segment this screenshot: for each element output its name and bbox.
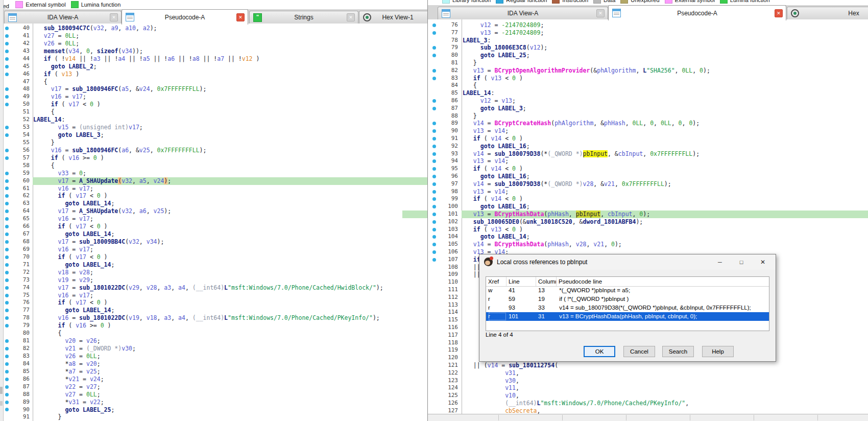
cancel-button[interactable]: Cancel bbox=[623, 346, 655, 357]
line-number: 115 bbox=[439, 316, 458, 324]
code-line: *a8 = v20; bbox=[37, 360, 101, 368]
code-line-dot bbox=[5, 324, 9, 328]
line-number: 74 bbox=[12, 284, 30, 292]
line-number: 52 bbox=[12, 116, 30, 124]
code-line: v16 = sub_1801022DC(v19, v18, a3, a4, (_… bbox=[37, 314, 380, 322]
gutter-separator bbox=[33, 24, 33, 421]
code-line: LABEL_3: bbox=[463, 37, 491, 44]
code-line: || bbox=[466, 271, 480, 278]
code-line-dot bbox=[5, 126, 9, 129]
left-pseudocode-pane[interactable]: 40 sub_180094C7C(v32, a9, a10, a2);41 v2… bbox=[0, 24, 427, 421]
left-tab-bar: IDA View-A ✕ Pseudocode-A ✕ ” Strings ✕ … bbox=[0, 9, 427, 24]
code-line-dot bbox=[5, 156, 9, 160]
code-line-dot bbox=[432, 182, 436, 186]
code-line: v12 = -2147024809; bbox=[466, 21, 544, 29]
list-view-icon bbox=[8, 13, 17, 22]
search-button[interactable]: Search bbox=[662, 346, 694, 357]
line-number: 93 bbox=[439, 150, 458, 158]
line-number: 45 bbox=[12, 63, 30, 71]
cell-xref: r bbox=[488, 303, 507, 312]
code-line-dot bbox=[432, 250, 436, 254]
tab-ida-view-a[interactable]: IDA View-A ✕ bbox=[438, 7, 608, 19]
maximize-icon[interactable]: □ bbox=[733, 254, 750, 270]
code-line-dot bbox=[5, 87, 9, 91]
code-line: if ( v17 < 0 ) bbox=[37, 299, 108, 307]
line-number: 61 bbox=[12, 185, 30, 193]
line-number: 69 bbox=[12, 246, 30, 253]
code-line-dot bbox=[5, 294, 9, 297]
tab-strings[interactable]: ” Strings ✕ bbox=[249, 11, 358, 24]
dialog-title-bar[interactable]: Local cross references to pbInput ─ □ ✕ bbox=[479, 254, 776, 270]
line-number: 125 bbox=[439, 392, 458, 400]
tab-pseudocode-a[interactable]: Pseudocode-A ✕ bbox=[122, 9, 248, 25]
minimize-icon[interactable]: ─ bbox=[711, 254, 729, 270]
code-line: } bbox=[466, 59, 477, 67]
line-number: 83 bbox=[439, 75, 458, 82]
code-line-dot bbox=[432, 213, 436, 216]
tab-hex-view-1[interactable]: Hex View-1 bbox=[359, 11, 427, 24]
cell-text: v14 = sub_180079D38(*(_QWORD *)pbInput, … bbox=[558, 303, 768, 312]
tab-hex-view[interactable]: Hex bbox=[787, 7, 868, 19]
line-number: 89 bbox=[12, 399, 30, 406]
code-line: v13 = BCryptHashData(phHash, pbInput, cb… bbox=[466, 211, 650, 218]
line-number: 91 bbox=[12, 413, 30, 421]
xref-table-header: Xref Line Column Pseudocode line bbox=[486, 277, 769, 287]
code-line: v13 = v14; bbox=[466, 188, 509, 196]
close-icon[interactable]: ✕ bbox=[596, 9, 605, 17]
code-line: v30, bbox=[466, 377, 519, 385]
left-ida-window: red External symbolLumina function IDA V… bbox=[0, 0, 427, 421]
tab-ida-view-a[interactable]: IDA View-A ✕ bbox=[4, 11, 122, 24]
xref-row[interactable]: r10131 v13 = BCryptHashData(phHash, pbIn… bbox=[486, 312, 769, 321]
xref-row[interactable]: w4113 *(_QWORD *)pbInput = a5; bbox=[486, 286, 769, 295]
line-number: 95 bbox=[439, 165, 458, 173]
code-line-dot bbox=[5, 217, 9, 221]
cell-xref: w bbox=[488, 286, 507, 295]
legend-item: Lumina function bbox=[720, 0, 770, 4]
code-line-dot bbox=[5, 172, 9, 175]
code-line-dot bbox=[5, 103, 9, 106]
code-line: v27 = 0LL; bbox=[37, 32, 79, 40]
line-number: 86 bbox=[439, 97, 458, 105]
code-line-dot bbox=[432, 54, 436, 57]
left-color-legend: red External symbolLumina function bbox=[0, 0, 427, 9]
xref-table[interactable]: Xref Line Column Pseudocode line w4113 *… bbox=[486, 276, 769, 331]
tab-pseudocode-a[interactable]: Pseudocode-A ✕ bbox=[608, 5, 786, 20]
close-icon[interactable]: ✕ bbox=[754, 254, 771, 270]
close-icon[interactable]: ✕ bbox=[236, 13, 245, 21]
line-number: 42 bbox=[12, 40, 30, 48]
ok-button[interactable]: OK bbox=[584, 346, 615, 357]
gutter-separator bbox=[462, 19, 462, 421]
close-icon[interactable]: ✕ bbox=[110, 13, 118, 21]
help-button[interactable]: Help bbox=[702, 346, 734, 357]
line-number: 78 bbox=[12, 314, 30, 322]
code-line-dot bbox=[5, 65, 9, 68]
bottom-scrollbar[interactable] bbox=[428, 414, 868, 421]
cell-text: *(_QWORD *)pbInput = a5; bbox=[558, 286, 768, 295]
legend-item: Lumina function bbox=[71, 1, 121, 8]
col-pseudocode-line[interactable]: Pseudocode line bbox=[557, 277, 769, 286]
close-icon[interactable]: ✕ bbox=[347, 13, 355, 21]
col-line[interactable]: Line bbox=[507, 277, 536, 286]
code-line-dot bbox=[5, 301, 9, 305]
code-line: if ( v13 < 0 ) bbox=[466, 226, 523, 233]
right-color-legend: Library functionRegular functionInstruct… bbox=[428, 0, 868, 5]
code-line: v13 = BCryptOpenAlgorithmProvider(&phAlg… bbox=[466, 67, 710, 75]
cell-text: if ( !*(_QWORD *)pbInput ) bbox=[558, 295, 768, 303]
code-line-dot bbox=[432, 24, 436, 27]
legend-item: Unexplored bbox=[620, 0, 659, 4]
code-line-dot bbox=[432, 159, 436, 163]
code-line: sub_180094C7C(v32, a9, a10, a2); bbox=[37, 25, 157, 32]
code-line: v19 = v29; bbox=[37, 276, 93, 284]
line-number: 49 bbox=[12, 93, 30, 101]
code-line: v15 = (unsigned int)v17; bbox=[37, 124, 143, 131]
code-line-dot bbox=[432, 220, 436, 224]
line-number: 78 bbox=[439, 37, 458, 44]
col-column[interactable]: Column bbox=[536, 277, 557, 286]
line-number: 112 bbox=[439, 294, 458, 301]
xref-row[interactable]: r5919 if ( !*(_QWORD *)pbInput ) bbox=[486, 295, 769, 303]
close-icon[interactable]: ✕ bbox=[775, 9, 783, 17]
code-line: if ( v16 >= 0 ) bbox=[37, 322, 111, 330]
col-xref[interactable]: Xref bbox=[486, 277, 507, 286]
xref-row[interactable]: r9333 v14 = sub_180079D38(*(_QWORD *)pbI… bbox=[486, 303, 769, 312]
line-number: 109 bbox=[439, 271, 458, 278]
